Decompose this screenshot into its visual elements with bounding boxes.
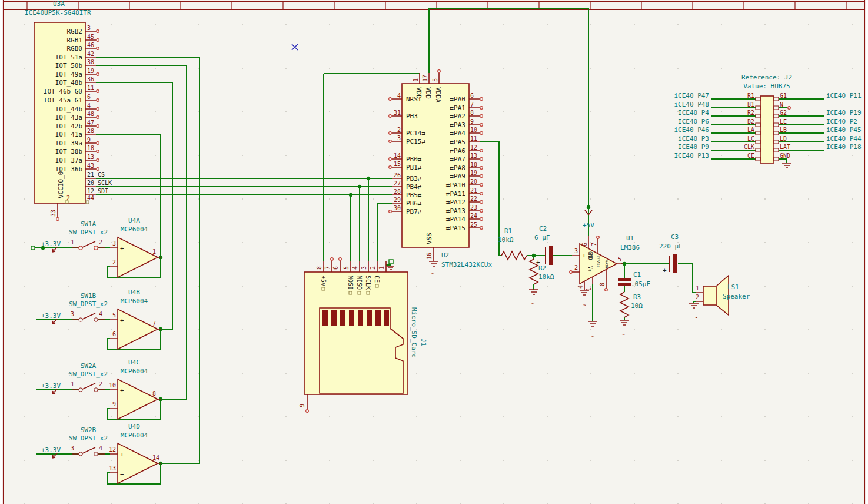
net-label[interactable]: ICE40 P13 xyxy=(674,152,709,160)
switch-value[interactable]: SW_DPST_x2 xyxy=(69,228,108,236)
mcu-ref[interactable]: U2 xyxy=(441,251,449,259)
mcu-symbol[interactable]: ~ U2 STM32L432KCUx VDD VDD VDDA 1 17 5 V… xyxy=(392,73,492,277)
net-label[interactable]: iCE40 P44 xyxy=(826,135,862,142)
switch-value[interactable]: SW_DPST_x2 xyxy=(69,435,108,442)
r3-value[interactable]: 10Ω xyxy=(631,302,643,310)
c3-ref[interactable]: C3 xyxy=(671,233,679,241)
switch-lever[interactable] xyxy=(82,241,95,247)
u1-value[interactable]: LM386 xyxy=(620,244,640,251)
switch-lever[interactable] xyxy=(82,313,95,319)
net-label[interactable]: iCE40 P48 xyxy=(674,101,709,108)
speaker-ref[interactable]: LS1 xyxy=(727,283,739,291)
u1-ref[interactable]: U1 xyxy=(626,234,634,242)
net-label[interactable]: ICE40 P6 xyxy=(678,118,709,125)
r1-value[interactable]: 10kΩ xyxy=(498,236,514,244)
power-label[interactable]: +5V xyxy=(583,221,594,229)
opamp-u4d[interactable]: +3.3V SW2B SW_DPST_x2 U4D MCP6004 3 4 12… xyxy=(41,423,161,483)
switch-contact[interactable] xyxy=(94,388,98,392)
c1-ref[interactable]: C1 xyxy=(633,271,641,278)
pin-number: 5 xyxy=(343,266,350,270)
opamp-u4b[interactable]: +3.3V SW1B SW_DPST_x2 U4B MCP6004 3 4 5 … xyxy=(41,289,161,349)
r3-ref[interactable]: R3 xyxy=(633,293,641,301)
capacitor-c3-plate[interactable] xyxy=(673,254,677,273)
fpga-value[interactable]: ICE40UP5K-SG48ITR xyxy=(25,9,91,16)
r2-value[interactable]: 10kΩ xyxy=(538,273,554,281)
switch-contact[interactable] xyxy=(79,246,82,250)
opamp-u4c[interactable]: +3.3V SW2A SW_DPST_x2 U4C MCP6004 1 2 10… xyxy=(41,359,161,419)
gnd-symbol xyxy=(588,321,597,326)
net-label[interactable]: ICE40 P18 xyxy=(826,143,862,151)
capacitor-c2-plate[interactable] xyxy=(549,246,553,265)
opamp-ref[interactable]: U4A xyxy=(128,217,140,224)
pin-name: LD xyxy=(780,135,787,142)
opamp-value[interactable]: MCP6004 xyxy=(121,297,148,305)
j2-reference-line[interactable]: Reference: J2 xyxy=(741,74,792,81)
c1-value[interactable]: .05µF xyxy=(631,280,650,288)
pin-name: N xyxy=(780,101,783,108)
speaker-value[interactable]: Speaker xyxy=(723,293,750,300)
pin-name: IOT_39a xyxy=(55,140,82,147)
opamp-u4a[interactable]: +3.3V SW1A SW_DPST_x2 U4A MCP6004 1 2 3 … xyxy=(41,217,161,277)
switch-contact[interactable] xyxy=(94,452,98,456)
switch-value[interactable]: SW_DPST_x2 xyxy=(69,370,108,378)
power-label[interactable]: +3.3V xyxy=(41,446,61,454)
switch-contact[interactable] xyxy=(94,246,98,250)
pin-number: 11 xyxy=(470,135,477,142)
r1-ref[interactable]: R1 xyxy=(504,227,512,235)
net-label[interactable]: ICE40 P9 xyxy=(678,143,709,151)
pin-number: 28 xyxy=(394,188,401,195)
net-label[interactable]: ICE40 P4 xyxy=(678,109,709,117)
net-label[interactable]: iCE40 P46 xyxy=(674,126,709,134)
capacitor-c1-plate[interactable] xyxy=(618,278,631,281)
schematic-canvas[interactable]: U3A ICE40UP5K-SG48ITR VCCIO_0 33 2 44 RG… xyxy=(0,0,868,504)
fpga-ref[interactable]: U3A xyxy=(53,0,65,8)
opamp-value[interactable]: MCP6004 xyxy=(121,226,148,233)
power-label[interactable]: +3.3V xyxy=(41,312,61,320)
net-label[interactable]: iCE40 P47 xyxy=(674,92,709,100)
pin-number: 20 xyxy=(470,178,477,185)
pin-number: 2 xyxy=(574,264,578,271)
switch-ref[interactable]: SW2A xyxy=(81,362,97,370)
switch-contact[interactable] xyxy=(79,388,82,392)
switch-contact[interactable] xyxy=(79,318,82,321)
hub75-connector[interactable]: Reference: J2 Value: HUB75 iCE40 P47R1G1… xyxy=(674,74,862,168)
opamp-ref[interactable]: U4B xyxy=(128,289,140,296)
c3-value[interactable]: 220 µF xyxy=(659,243,683,250)
switch-lever[interactable] xyxy=(82,447,95,453)
net-label[interactable]: ICE40 P19 xyxy=(826,109,862,117)
pin-number: 18 xyxy=(87,145,94,151)
switch-ref[interactable]: SW2B xyxy=(81,426,97,434)
resistor-r1[interactable] xyxy=(501,251,527,260)
sd-value[interactable]: Micro_SD_Card xyxy=(410,307,418,358)
net-label[interactable]: iCE40 P45 xyxy=(826,126,862,134)
gnd-symbol xyxy=(429,261,438,266)
opamp-ref[interactable]: U4C xyxy=(128,359,140,366)
switch-ref[interactable]: SW1B xyxy=(81,292,97,300)
opamp-value[interactable]: MCP6004 xyxy=(121,367,148,375)
power-label[interactable]: +3.3V xyxy=(41,240,61,248)
sdcard-symbol[interactable]: 8 7 6 5 4 3 2 1 9 +5v MOSI MISO SCLK CE … xyxy=(299,261,427,409)
sd-ref[interactable]: J1 xyxy=(420,339,427,346)
switch-value[interactable]: SW_DPST_x2 xyxy=(69,300,108,308)
j2-value-line[interactable]: Value: HUB75 xyxy=(743,82,790,90)
c2-value[interactable]: 6 µF xyxy=(534,234,550,241)
switch-contact[interactable] xyxy=(94,318,98,321)
net-label[interactable]: iCE40 P3 xyxy=(678,135,709,142)
capacitor-c1-plate[interactable] xyxy=(618,283,631,286)
net-label[interactable]: ICE40 P2 xyxy=(826,118,857,125)
speaker-body[interactable] xyxy=(703,286,716,305)
power-label[interactable]: +3.3V xyxy=(41,382,61,390)
pin-name: PB3⇄ xyxy=(406,175,422,183)
pin-number: 26 xyxy=(394,172,401,178)
pin-number: 6 xyxy=(470,92,474,99)
opamp-ref[interactable]: U4D xyxy=(128,423,140,430)
resistor-r3[interactable] xyxy=(620,292,628,317)
pin-number: 7 xyxy=(324,266,331,270)
net-label[interactable]: iCE40 P11 xyxy=(826,92,862,100)
switch-contact[interactable] xyxy=(79,452,82,456)
switch-ref[interactable]: SW1A xyxy=(81,220,97,228)
switch-lever[interactable] xyxy=(82,383,95,389)
opamp-value[interactable]: MCP6004 xyxy=(121,432,148,439)
mcu-value[interactable]: STM32L432KCUx xyxy=(441,261,492,268)
c2-ref[interactable]: C2 xyxy=(539,225,547,233)
